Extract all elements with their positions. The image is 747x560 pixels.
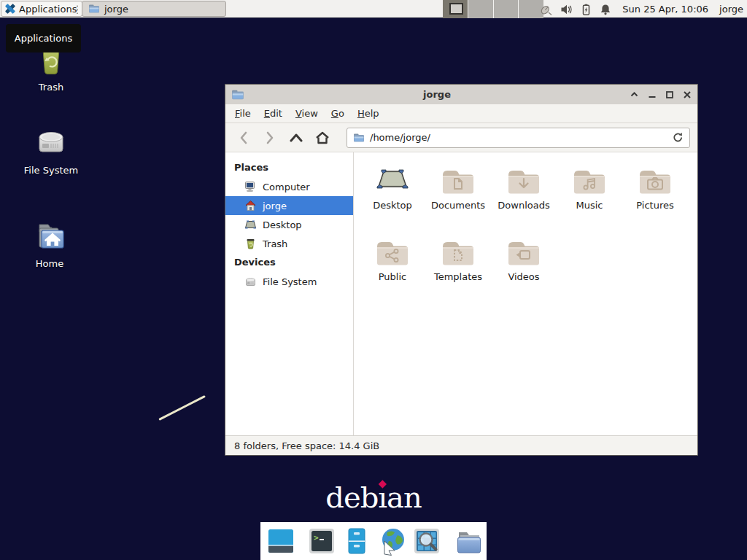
mouse-icon[interactable] [540,3,552,15]
menu-help[interactable]: Help [351,108,386,119]
window-controls [630,90,692,99]
dock-web-browser-button[interactable] [377,526,406,556]
desktop-icon [244,219,257,230]
location-bar[interactable]: /home/jorge/ [347,128,690,148]
music-folder-icon [572,166,607,196]
terminal-icon: > [307,526,336,556]
desktop-icon-label: Home [9,258,90,269]
window-body: Places Computer [225,152,697,435]
file-pictures[interactable]: Pictures [622,160,688,231]
applications-menu-button[interactable]: Applications [1,1,82,17]
logo-text-post: an [387,481,422,514]
sidebar-item-desktop[interactable]: Desktop [225,215,353,234]
back-button[interactable] [233,128,255,148]
file-cabinet-icon [342,526,371,556]
sidebar-header-places: Places [225,158,353,177]
dock-terminal-button[interactable]: > [307,526,336,556]
file-videos[interactable]: Videos [491,231,557,303]
top-panel: Applications jorge [0,0,747,18]
notifications-bell-icon[interactable] [600,4,611,15]
desktop-icon-label: Trash [11,82,91,93]
app-finder-icon [412,526,441,556]
panel-clock[interactable]: Sun 25 Apr, 10:06 [622,4,708,15]
dock: > [260,522,487,560]
menubar: File Edit View Go Help [225,104,697,123]
web-browser-globe-icon [377,526,406,556]
menu-view[interactable]: View [289,108,325,119]
file-label: Pictures [622,200,688,211]
document-folder-icon [441,166,476,196]
desktop: Applications jorge [0,0,747,560]
dock-app-finder-button[interactable] [412,526,441,556]
workspace-2[interactable] [468,0,493,18]
reload-icon[interactable] [673,132,684,143]
file-desktop[interactable]: Desktop [360,160,425,231]
workspace-1[interactable] [443,0,468,18]
logo-text-pre: deb [325,481,378,514]
menu-file[interactable]: File [228,108,258,119]
window-titlebar[interactable]: jorge [225,85,697,104]
file-label: Downloads [491,200,557,211]
sidebar-item-trash[interactable]: Trash [225,234,353,253]
dock-file-manager-button[interactable] [342,526,371,556]
menu-edit[interactable]: Edit [258,108,289,119]
svg-text:>: > [314,533,319,542]
system-tray: Sun 25 Apr, 10:06 jorge [540,0,743,18]
file-grid: Desktop Documents Downloads [354,152,697,435]
desktop-icon [375,166,410,196]
file-label: Videos [491,271,557,282]
tooltip-text: Applications [15,33,72,44]
taskbar-window-button[interactable]: jorge [82,1,226,17]
battery-icon[interactable] [581,4,592,15]
close-button[interactable] [682,90,692,99]
home-icon [244,200,257,211]
templates-folder-icon [441,237,476,268]
maximize-button[interactable] [665,90,674,99]
folder-icon [88,4,100,14]
file-public[interactable]: Public [360,231,425,303]
menu-go[interactable]: Go [325,108,351,119]
sidebar-item-label: Computer [263,182,310,192]
shade-button[interactable] [630,90,639,99]
file-templates[interactable]: Templates [425,231,491,303]
minimize-button[interactable] [647,90,657,99]
panel-drag-handle[interactable] [76,4,79,14]
applications-menu-icon [4,3,16,15]
sidebar-item-computer[interactable]: Computer [225,177,353,196]
debian-logo: debıan [325,481,421,514]
panel-username[interactable]: jorge [719,4,743,15]
workspace-switcher [443,0,543,18]
pictures-folder-icon [638,166,673,196]
location-path[interactable]: /home/jorge/ [370,132,667,143]
sidebar-item-label: Trash [263,238,287,249]
window-title: jorge [244,89,630,100]
desktop-icon-home[interactable]: Home [9,217,90,269]
forward-button[interactable] [259,128,281,148]
folder-icon [453,526,482,556]
dock-show-desktop-button[interactable] [266,526,295,556]
taskbar-window-label: jorge [104,4,128,15]
file-label: Documents [425,200,491,211]
sidebar-item-file-system[interactable]: File System [225,272,353,291]
desktop-icon-file-system[interactable]: File System [11,124,91,176]
file-label: Desktop [360,200,425,211]
home-button[interactable] [311,128,333,148]
file-downloads[interactable]: Downloads [491,160,557,231]
dock-folder-button[interactable] [453,526,482,556]
workspace-3[interactable] [494,0,519,18]
videos-folder-icon [506,237,541,268]
home-folder-icon [32,217,67,252]
file-music[interactable]: Music [557,160,622,231]
statusbar: 8 folders, Free space: 14.4 GiB [225,435,697,455]
computer-icon [244,181,257,192]
sidebar-item-label: jorge [263,201,287,211]
file-label: Music [557,200,622,211]
toolbar: /home/jorge/ [225,123,697,152]
volume-icon[interactable] [560,4,573,15]
file-manager-window: jorge File Edit View Go Help [225,84,698,456]
sidebar-item-label: Desktop [263,219,302,230]
sidebar-item-jorge[interactable]: jorge [225,196,353,215]
up-button[interactable] [285,128,307,148]
file-documents[interactable]: Documents [425,160,491,231]
trash-icon [244,238,257,249]
